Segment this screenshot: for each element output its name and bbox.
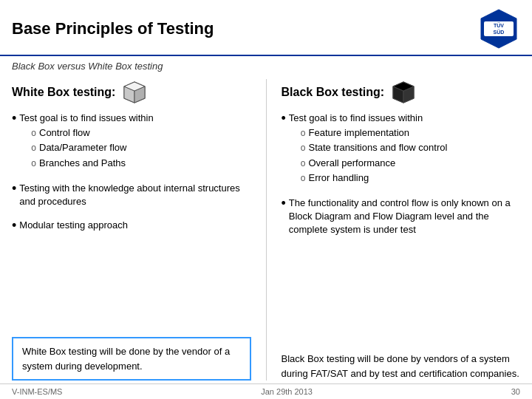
white-box-summary-box: White Box testing will be done by the ve… (12, 337, 251, 381)
tuv-logo: TÜV SÜD (477, 7, 520, 50)
page-title: Base Principles of Testing (12, 19, 214, 38)
subtitle: Black Box versus White Box testing (0, 56, 532, 76)
bullet-text: Test goal is to find issues within o Fea… (289, 112, 448, 186)
footer-page: 30 (511, 387, 520, 396)
white-box-bullet-1: • Test goal is to find issues within o C… (12, 112, 251, 176)
sub-item: o Control flow (31, 126, 153, 140)
bullet-item: • Test goal is to find issues within o C… (12, 112, 251, 171)
sub-item: o Data/Parameter flow (31, 141, 153, 154)
white-box-bullet-2: • Testing with the knowledge about inter… (12, 182, 251, 213)
black-box-section-title: Black Box testing: (282, 79, 521, 106)
black-box-bullet-1: • Test goal is to find issues within o F… (282, 112, 521, 191)
black-box-summary-box: Black Box testing will be done by vendor… (282, 352, 521, 381)
bullet-dot: • (12, 182, 16, 197)
sub-dot: o (301, 157, 306, 170)
svg-text:TÜV: TÜV (494, 22, 504, 28)
left-column: White Box testing: • Test goal is to fin… (12, 79, 251, 381)
sub-item: o Overall performance (301, 157, 448, 170)
sub-dot: o (31, 127, 36, 140)
bullet-dot: • (12, 112, 16, 126)
tuv-sud-icon: TÜV SÜD (478, 8, 519, 50)
page: Base Principles of Testing TÜV SÜD Black… (0, 0, 532, 399)
black-box-section-label: Black Box testing: (282, 86, 385, 99)
sub-dot: o (301, 172, 306, 185)
sub-list: o Feature implementation o State transit… (301, 126, 448, 185)
sub-dot: o (301, 142, 306, 154)
bullet-dot: • (282, 197, 286, 211)
sub-item: o State transitions and flow control (301, 141, 448, 154)
main-content: White Box testing: • Test goal is to fin… (0, 76, 532, 383)
white-box-icon (121, 79, 148, 106)
black-box-bullet-2: • The functionality and control flow is … (282, 197, 521, 242)
bullet-dot: • (12, 219, 16, 233)
sub-list: o Control flow o Data/Parameter flow o B… (31, 126, 153, 170)
sub-dot: o (31, 142, 36, 154)
white-box-bullet-3: • Modular testing approach (12, 219, 251, 238)
sub-item: o Error handling (301, 171, 448, 185)
footer: V-INM-ES/MS Jan 29th 2013 30 (0, 383, 532, 399)
white-box-section-title: White Box testing: (12, 79, 251, 106)
footer-doc-id: V-INM-ES/MS (12, 387, 62, 396)
sub-dot: o (31, 157, 36, 170)
sub-item: o Feature implementation (301, 126, 448, 140)
white-box-section-label: White Box testing: (12, 86, 115, 99)
bullet-item: • Test goal is to find issues within o F… (282, 112, 521, 186)
black-box-icon (390, 79, 417, 106)
bullet-item: • The functionality and control flow is … (282, 197, 521, 237)
sub-dot: o (301, 127, 306, 140)
right-column: Black Box testing: • Test goal is to fin… (282, 79, 521, 381)
svg-text:SÜD: SÜD (494, 29, 505, 35)
bullet-text: Test goal is to find issues within o Con… (19, 112, 153, 171)
bullet-dot: • (282, 112, 286, 126)
bullet-item: • Modular testing approach (12, 219, 251, 233)
sub-item: o Branches and Paths (31, 157, 153, 170)
footer-date: Jan 29th 2013 (261, 387, 313, 396)
bullet-item: • Testing with the knowledge about inter… (12, 182, 251, 208)
header: Base Principles of Testing TÜV SÜD (0, 0, 532, 56)
column-divider (266, 79, 267, 381)
